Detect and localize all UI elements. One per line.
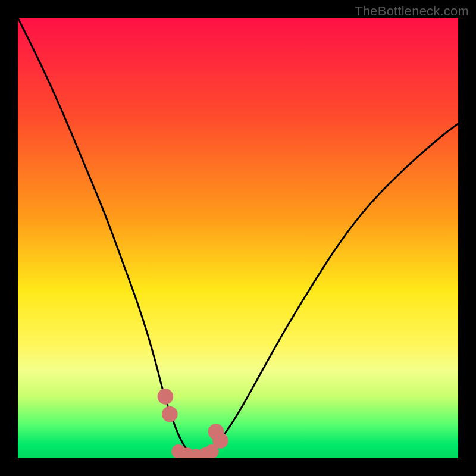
bottleneck-chart [18,18,458,458]
bottom-dot-5 [205,444,219,458]
left-cluster-lower [162,406,178,422]
watermark-text: TheBottleneck.com [355,4,469,19]
gradient-background [18,18,458,458]
plot-area [18,18,458,458]
chart-frame: TheBottleneck.com [0,0,476,476]
left-cluster-upper [158,389,174,405]
